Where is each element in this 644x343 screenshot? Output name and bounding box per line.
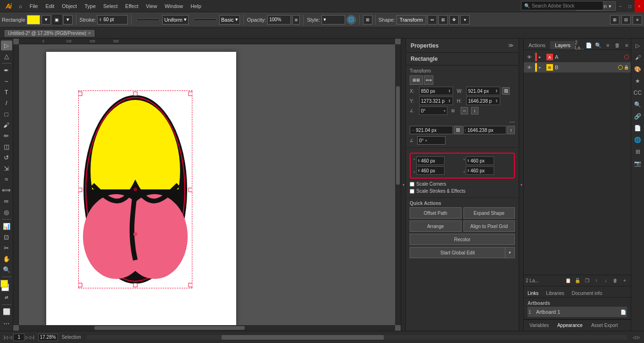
type-tool[interactable]: T (1, 87, 12, 97)
menu-window[interactable]: Window (161, 0, 187, 12)
selection-tool[interactable]: ▷ (1, 41, 12, 50)
start-global-edit-button[interactable]: Start Global Edit (410, 247, 505, 258)
artboard-icon[interactable]: 📄 (620, 310, 626, 315)
angle2-input[interactable]: 0° ▾ (417, 136, 446, 145)
tab-variables[interactable]: Variables (526, 321, 553, 329)
right-icon-cc[interactable]: CC (633, 88, 643, 98)
pen-tool[interactable]: ✒ (1, 65, 12, 75)
right-icon-star[interactable]: ★ (633, 76, 643, 86)
page-first-btn[interactable]: |◁ (4, 335, 8, 340)
uniform-dropdown[interactable]: Uniform ▾ (162, 15, 189, 24)
more-tools[interactable]: ⋯ (1, 318, 12, 331)
layer-b-target-circle[interactable] (618, 65, 623, 70)
rectangle-tool[interactable]: □ (1, 109, 12, 119)
menu-file[interactable]: File (26, 0, 42, 12)
canvas-horizontal-scrollbar[interactable] (19, 325, 395, 331)
h-input[interactable]: 1646.238 p ⬆ (466, 97, 500, 105)
flip-y-btn[interactable]: ↕ (471, 107, 479, 114)
layers-move-down-btn[interactable]: ↓ (602, 277, 610, 285)
page-last-btn[interactable]: ▷| (30, 335, 34, 340)
y-input[interactable]: 1273.321 p ⬆ (419, 97, 453, 105)
right-collapse-handle[interactable]: ▸ (519, 39, 523, 331)
bottom-scroll-thumb[interactable] (222, 335, 384, 340)
fg-color-box[interactable] (0, 280, 8, 287)
minimize-button[interactable]: − (616, 0, 625, 12)
maximize-button[interactable]: □ (625, 0, 635, 12)
corner-br-input[interactable]: ⬆ 460 px (466, 166, 494, 175)
layers-make-clip-btn[interactable]: 📋 (564, 277, 572, 285)
h-scroll-thumb[interactable] (94, 326, 245, 330)
layers-filter-btn[interactable]: ≡ (603, 41, 612, 49)
v-scroll-thumb[interactable] (396, 86, 400, 185)
scale-strokes-checkbox[interactable] (410, 189, 414, 194)
menu-home[interactable]: ⌂ (15, 0, 26, 12)
hand-tool[interactable]: ✋ (1, 254, 12, 264)
layers-new-btn[interactable]: 📄 (585, 41, 593, 49)
menu-select[interactable]: Select (99, 0, 122, 12)
scale-corners-checkbox[interactable] (410, 182, 414, 187)
change-screen-mode[interactable]: ⬜ (1, 307, 12, 317)
offset-path-button[interactable]: Offset Path (410, 207, 462, 219)
tab-libraries[interactable]: Libraries (542, 289, 568, 297)
menu-view[interactable]: View (142, 0, 161, 12)
layers-move-up-btn[interactable]: ↑ (592, 277, 601, 285)
symbol-sprayer[interactable]: ◎ (1, 207, 12, 217)
align-grid-icon[interactable]: ⊞⊞ (410, 75, 423, 85)
bottom-hscroll[interactable] (87, 335, 627, 340)
zoom-tool[interactable]: 🔍 (1, 265, 12, 275)
tab-actions[interactable]: Actions (524, 41, 550, 49)
transform-btn[interactable]: Transform (396, 15, 427, 24)
arrange-button[interactable]: Arrange (410, 220, 462, 232)
chain-btn[interactable]: ⛓ (454, 126, 462, 134)
opacity-input[interactable]: 100% (267, 15, 291, 24)
properties-expand-icon[interactable]: ≫ (508, 42, 514, 49)
layout-btn2[interactable]: ⊟ (621, 15, 631, 24)
link-wh-icon[interactable]: ⛓ (502, 87, 510, 95)
layers-new-layer-btn[interactable]: + (620, 277, 629, 285)
page-number-input[interactable] (13, 334, 25, 341)
canvas-area[interactable]: 0 100 200 300 (13, 39, 401, 331)
tab-asset-export[interactable]: Asset Export (587, 321, 622, 329)
layer-row-b[interactable]: 👁 ▸ B B 🔒 (524, 62, 631, 73)
grid-icon[interactable]: ⊞ (363, 15, 372, 24)
props-collapse-handle[interactable]: ▸ (401, 39, 405, 331)
artboard-tool[interactable]: ⊡ (1, 232, 12, 242)
start-global-edit-arrow[interactable]: ▾ (505, 247, 515, 258)
line-tool[interactable]: / (1, 98, 12, 108)
basic-dropdown[interactable]: Basic ▾ (219, 15, 240, 24)
right-icon-brush[interactable]: 🖌 (633, 52, 643, 63)
tab-layers[interactable]: Layers (550, 41, 575, 49)
right-icon-grid[interactable]: ⊞ (633, 147, 643, 157)
curvature-tool[interactable]: ~ (1, 76, 12, 86)
right-icon-arrow[interactable]: ▷ (633, 41, 643, 51)
tab-document-info[interactable]: Document info (568, 289, 606, 297)
pencil-tool[interactable]: ✏ (1, 131, 12, 141)
corner-tr-input[interactable]: ⬆ 460 px (466, 156, 494, 165)
fill-color-swatch[interactable] (27, 15, 40, 24)
tab-close-icon[interactable]: × (88, 31, 91, 36)
recolor-button[interactable]: Recolor (410, 234, 515, 245)
eraser-tool[interactable]: ◫ (1, 142, 12, 152)
tab-links[interactable]: Links (524, 289, 542, 297)
layer-a-eye-icon[interactable]: 👁 (526, 53, 533, 61)
scale-tool[interactable]: ⇲ (1, 163, 12, 173)
page-prev-btn[interactable]: ◁ (9, 335, 12, 340)
menu-help[interactable]: Help (187, 0, 205, 12)
align-pixel-button[interactable]: Align to Pixel Grid (463, 220, 515, 232)
paintbrush-tool[interactable]: 🖌 (1, 120, 12, 130)
layer-b-lock-icon[interactable]: 🔒 (624, 65, 629, 70)
layout-btn3[interactable]: ≡ (633, 15, 642, 24)
transform-icon2[interactable]: ⊞ (438, 15, 448, 24)
layers-duplicate-btn[interactable]: ❐ (583, 277, 591, 285)
layer-b-expand-icon[interactable]: ▸ (539, 65, 545, 70)
direct-selection-tool[interactable]: △ (1, 51, 12, 61)
align-btn2[interactable]: ⟺ (424, 75, 433, 85)
layers-delete-btn[interactable]: 🗑 (613, 41, 621, 49)
fill-dropdown[interactable]: ▾ (41, 15, 51, 24)
slice-tool[interactable]: ✂ (1, 243, 12, 253)
right-icon-search[interactable]: 🔍 (633, 99, 643, 110)
corner-tl-input[interactable]: ⬆ 460 px (416, 156, 445, 165)
layers-search-btn[interactable]: 🔍 (594, 41, 603, 49)
rotate-tool[interactable]: ↺ (1, 153, 12, 163)
artboard-row-1[interactable]: 1 Artboard 1 📄 (528, 307, 627, 317)
